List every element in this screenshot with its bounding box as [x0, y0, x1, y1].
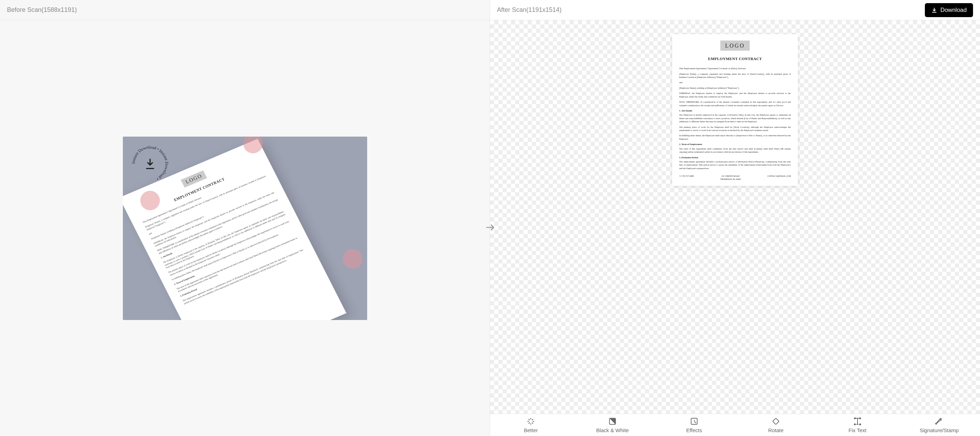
download-label: Download — [940, 6, 967, 14]
effects-icon — [690, 417, 699, 426]
doc-text: The Employee is hereby employed in the c… — [679, 113, 791, 123]
corner-handle-top[interactable] — [243, 137, 263, 153]
sparkle-icon — [526, 417, 535, 426]
footer-email: CONTACT@EMAIL.COM — [767, 175, 791, 180]
after-pane: LOGO EMPLOYMENT CONTRACT This Employment… — [490, 20, 980, 436]
doc-text: [Employee Name], residing at [Employee A… — [679, 86, 791, 89]
doc-text: [Employer Name], a company organized and… — [679, 72, 791, 79]
svg-point-5 — [860, 418, 861, 419]
footer-phone: +1 570-727-6999 — [679, 175, 694, 180]
doc-section: 2. Term of Employment — [679, 142, 791, 146]
tool-better[interactable]: Better — [490, 414, 572, 436]
doc-text: NOW, THEREFORE, in consideration of the … — [679, 100, 791, 107]
toolbar: Better Black & White Effects Rotate Fix … — [490, 414, 980, 436]
tool-fix-text[interactable]: Fix Text — [817, 414, 898, 436]
arrow-icon — [484, 222, 496, 235]
svg-point-6 — [854, 424, 855, 425]
tool-label: Better — [524, 427, 538, 433]
footer-addr2: THOMPSON, PA 18465 — [720, 178, 741, 180]
svg-point-7 — [860, 424, 861, 425]
contrast-icon — [608, 417, 617, 426]
doc-text: The primary place of work for the Employ… — [679, 125, 791, 132]
doc-footer: +1 570-727-6999 101 SIMONS ROAD THOMPSON… — [679, 175, 791, 180]
download-button[interactable]: Download — [925, 3, 973, 17]
tool-label: Black & White — [596, 427, 628, 433]
main-panes: Instant Download • Instant Download • LO… — [0, 20, 980, 436]
app-root: Before Scan(1588x1191) After Scan(1191x1… — [0, 0, 980, 436]
tool-label: Signature/Stamp — [920, 427, 959, 433]
after-label: After Scan(1191x1514) — [497, 6, 562, 14]
before-header: Before Scan(1588x1191) — [0, 0, 490, 20]
rotate-icon — [771, 417, 780, 426]
svg-rect-2 — [691, 418, 697, 424]
doc-text: The employment agreement includes a prob… — [679, 160, 791, 170]
download-arrow-icon — [143, 157, 157, 171]
download-icon — [931, 7, 937, 13]
pen-icon — [935, 417, 944, 426]
text-icon — [853, 417, 862, 426]
before-label: Before Scan(1588x1191) — [7, 6, 77, 14]
doc-title: EMPLOYMENT CONTRACT — [679, 56, 791, 62]
after-viewport[interactable]: LOGO EMPLOYMENT CONTRACT This Employment… — [490, 20, 980, 414]
doc-section: 3. Probation Period — [679, 156, 791, 159]
after-document: LOGO EMPLOYMENT CONTRACT This Employment… — [672, 34, 798, 186]
tool-label: Fix Text — [848, 427, 866, 433]
before-pane: Instant Download • Instant Download • LO… — [0, 20, 490, 436]
tool-label: Effects — [686, 427, 702, 433]
svg-rect-3 — [773, 418, 779, 425]
tool-effects[interactable]: Effects — [653, 414, 735, 436]
header-bar: Before Scan(1588x1191) After Scan(1191x1… — [0, 0, 980, 20]
doc-section: 1. Job Details — [679, 109, 791, 112]
doc-text: In fulfilling these duties, the Employee… — [679, 134, 791, 141]
svg-point-4 — [854, 418, 855, 419]
tool-signature-stamp[interactable]: Signature/Stamp — [898, 414, 980, 436]
footer-address: 101 SIMONS ROAD THOMPSON, PA 18465 — [720, 175, 741, 180]
before-canvas[interactable]: Instant Download • Instant Download • LO… — [123, 137, 367, 320]
doc-text: This Employment Agreement ("Agreement") … — [679, 67, 791, 70]
tool-rotate[interactable]: Rotate — [735, 414, 817, 436]
doc-logo: LOGO — [720, 40, 750, 51]
footer-addr1: 101 SIMONS ROAD — [721, 175, 740, 177]
after-header: After Scan(1191x1514) Download — [490, 0, 980, 20]
corner-handle-right[interactable] — [343, 249, 362, 269]
doc-text: WHEREAS, the Employer desires to employ … — [679, 91, 791, 98]
doc-text: The term of this Agreement shall commenc… — [679, 147, 791, 154]
doc-text: and — [679, 81, 791, 84]
tool-label: Rotate — [768, 427, 784, 433]
corner-handle-left[interactable] — [140, 191, 160, 210]
tool-black-white[interactable]: Black & White — [572, 414, 653, 436]
